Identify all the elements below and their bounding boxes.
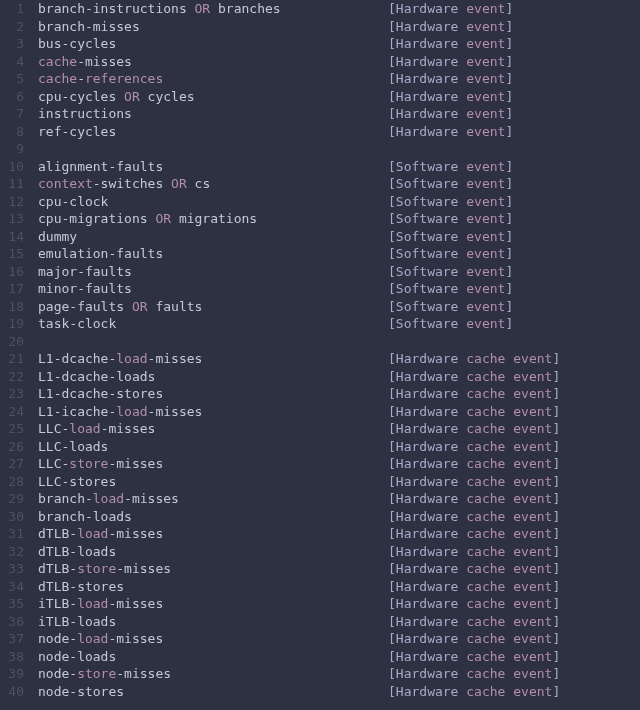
label-text: [Software <box>388 211 466 226</box>
code-line[interactable]: 36iTLB-loads[Hardware cache event] <box>0 613 640 631</box>
code-content[interactable]: bus-cycles[Hardware event] <box>34 35 116 53</box>
code-line[interactable]: 34dTLB-stores[Hardware cache event] <box>0 578 640 596</box>
code-content[interactable]: context-switches OR cs[Software event] <box>34 175 210 193</box>
code-content[interactable]: iTLB-load-misses[Hardware cache event] <box>34 595 163 613</box>
text-token: dTLB-loads <box>38 544 116 559</box>
code-line[interactable]: 29branch-load-misses[Hardware cache even… <box>0 490 640 508</box>
line-number: 5 <box>0 70 24 88</box>
code-content[interactable]: alignment-faults[Software event] <box>34 158 163 176</box>
label-text: [Hardware <box>388 596 466 611</box>
code-line[interactable]: 12cpu-clock[Software event] <box>0 193 640 211</box>
label-text: ] <box>505 281 513 296</box>
code-line[interactable]: 38node-loads[Hardware cache event] <box>0 648 640 666</box>
code-content[interactable]: L1-dcache-loads[Hardware cache event] <box>34 368 155 386</box>
code-line[interactable]: 8ref-cycles[Hardware event] <box>0 123 640 141</box>
code-content[interactable]: node-stores[Hardware cache event] <box>34 683 124 701</box>
code-content[interactable]: cache-references[Hardware event] <box>34 70 163 88</box>
code-line[interactable]: 31dTLB-load-misses[Hardware cache event] <box>0 525 640 543</box>
code-content[interactable]: page-faults OR faults[Software event] <box>34 298 202 316</box>
code-content[interactable]: LLC-stores[Hardware cache event] <box>34 473 116 491</box>
event-type-label: [Software event] <box>388 298 513 316</box>
code-content[interactable]: branch-misses[Hardware event] <box>34 18 140 36</box>
code-line[interactable]: 9 <box>0 140 640 158</box>
code-line[interactable]: 11context-switches OR cs[Software event] <box>0 175 640 193</box>
code-line[interactable]: 13cpu-migrations OR migrations[Software … <box>0 210 640 228</box>
code-line[interactable]: 7instructions[Hardware event] <box>0 105 640 123</box>
code-line[interactable]: 19task-clock[Software event] <box>0 315 640 333</box>
code-content[interactable]: dTLB-loads[Hardware cache event] <box>34 543 116 561</box>
code-line[interactable]: 16major-faults[Software event] <box>0 263 640 281</box>
code-content[interactable]: cpu-migrations OR migrations[Software ev… <box>34 210 257 228</box>
event-type-label: [Software event] <box>388 280 513 298</box>
code-content[interactable]: LLC-load-misses[Hardware cache event] <box>34 420 155 438</box>
code-content[interactable]: instructions[Hardware event] <box>34 105 132 123</box>
label-text: [Hardware <box>388 89 466 104</box>
code-line[interactable]: 33dTLB-store-misses[Hardware cache event… <box>0 560 640 578</box>
code-line[interactable]: 37node-load-misses[Hardware cache event] <box>0 630 640 648</box>
label-text: ] <box>505 54 513 69</box>
code-line[interactable]: 32dTLB-loads[Hardware cache event] <box>0 543 640 561</box>
code-content[interactable]: dTLB-load-misses[Hardware cache event] <box>34 525 163 543</box>
code-line[interactable]: 27LLC-store-misses[Hardware cache event] <box>0 455 640 473</box>
code-line[interactable]: 10alignment-faults[Software event] <box>0 158 640 176</box>
label-keyword: cache event <box>466 596 552 611</box>
code-line[interactable]: 20 <box>0 333 640 351</box>
code-editor[interactable]: 1branch-instructions OR branches[Hardwar… <box>0 0 640 700</box>
label-text: ] <box>552 509 560 524</box>
code-line[interactable]: 39node-store-misses[Hardware cache event… <box>0 665 640 683</box>
code-content[interactable]: branch-loads[Hardware cache event] <box>34 508 132 526</box>
code-content[interactable]: major-faults[Software event] <box>34 263 132 281</box>
code-line[interactable]: 4cache-misses[Hardware event] <box>0 53 640 71</box>
code-content[interactable]: L1-dcache-stores[Hardware cache event] <box>34 385 163 403</box>
text-token: -misses <box>148 351 203 366</box>
code-line[interactable]: 26LLC-loads[Hardware cache event] <box>0 438 640 456</box>
code-content[interactable]: iTLB-loads[Hardware cache event] <box>34 613 116 631</box>
code-content[interactable]: ref-cycles[Hardware event] <box>34 123 116 141</box>
code-content[interactable]: minor-faults[Software event] <box>34 280 132 298</box>
code-content[interactable]: dummy[Software event] <box>34 228 77 246</box>
code-line[interactable]: 17minor-faults[Software event] <box>0 280 640 298</box>
code-content[interactable]: L1-dcache-load-misses[Hardware cache eve… <box>34 350 202 368</box>
code-line[interactable]: 14dummy[Software event] <box>0 228 640 246</box>
line-number: 16 <box>0 263 24 281</box>
code-line[interactable]: 23L1-dcache-stores[Hardware cache event] <box>0 385 640 403</box>
code-content[interactable]: dTLB-store-misses[Hardware cache event] <box>34 560 171 578</box>
code-line[interactable]: 30branch-loads[Hardware cache event] <box>0 508 640 526</box>
label-text: [Hardware <box>388 124 466 139</box>
text-token: cs <box>187 176 210 191</box>
code-line[interactable]: 21L1-dcache-load-misses[Hardware cache e… <box>0 350 640 368</box>
code-content[interactable]: cache-misses[Hardware event] <box>34 53 132 71</box>
code-line[interactable]: 24L1-icache-load-misses[Hardware cache e… <box>0 403 640 421</box>
identifier-token: load <box>69 421 100 436</box>
code-line[interactable]: 1branch-instructions OR branches[Hardwar… <box>0 0 640 18</box>
code-line[interactable]: 15emulation-faults[Software event] <box>0 245 640 263</box>
code-content[interactable]: LLC-loads[Hardware cache event] <box>34 438 108 456</box>
code-line[interactable]: 25LLC-load-misses[Hardware cache event] <box>0 420 640 438</box>
code-line[interactable]: 18page-faults OR faults[Software event] <box>0 298 640 316</box>
code-line[interactable]: 3bus-cycles[Hardware event] <box>0 35 640 53</box>
event-type-label: [Hardware cache event] <box>388 350 560 368</box>
code-content[interactable]: task-clock[Software event] <box>34 315 116 333</box>
event-type-label: [Hardware cache event] <box>388 683 560 701</box>
code-content[interactable]: node-store-misses[Hardware cache event] <box>34 665 171 683</box>
code-line[interactable]: 6cpu-cycles OR cycles[Hardware event] <box>0 88 640 106</box>
code-line[interactable]: 40node-stores[Hardware cache event] <box>0 683 640 701</box>
code-content[interactable]: emulation-faults[Software event] <box>34 245 163 263</box>
code-content[interactable]: cpu-cycles OR cycles[Hardware event] <box>34 88 195 106</box>
code-line[interactable]: 28LLC-stores[Hardware cache event] <box>0 473 640 491</box>
code-content[interactable]: L1-icache-load-misses[Hardware cache eve… <box>34 403 202 421</box>
code-line[interactable]: 5cache-references[Hardware event] <box>0 70 640 88</box>
code-content[interactable]: LLC-store-misses[Hardware cache event] <box>34 455 163 473</box>
code-content[interactable]: branch-load-misses[Hardware cache event] <box>34 490 179 508</box>
line-number: 37 <box>0 630 24 648</box>
code-content[interactable]: node-loads[Hardware cache event] <box>34 648 116 666</box>
code-line[interactable]: 2branch-misses[Hardware event] <box>0 18 640 36</box>
code-content[interactable]: dTLB-stores[Hardware cache event] <box>34 578 124 596</box>
label-text: [Hardware <box>388 439 466 454</box>
code-content[interactable]: cpu-clock[Software event] <box>34 193 108 211</box>
code-line[interactable]: 35iTLB-load-misses[Hardware cache event] <box>0 595 640 613</box>
code-content[interactable]: branch-instructions OR branches[Hardware… <box>34 0 281 18</box>
code-content[interactable]: node-load-misses[Hardware cache event] <box>34 630 163 648</box>
text-token: branch-instructions <box>38 1 195 16</box>
code-line[interactable]: 22L1-dcache-loads[Hardware cache event] <box>0 368 640 386</box>
